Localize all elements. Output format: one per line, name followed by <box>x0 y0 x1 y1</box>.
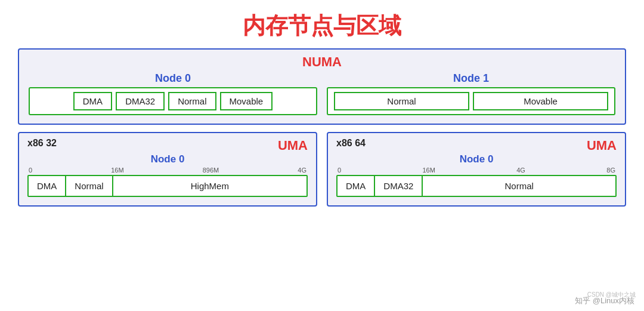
numa-node1-label: Node 1 <box>453 72 489 85</box>
uma-x86-64-addr-16m: 16M <box>422 167 435 174</box>
uma-x86-64-label: UMA <box>587 138 617 153</box>
numa-node1-zone-row: Normal Movable <box>327 87 615 115</box>
bottom-row: x86 32 UMA Node 0 0 16M 896M 4G DMA Norm… <box>18 132 626 207</box>
numa-node1-zone-normal: Normal <box>334 92 469 110</box>
uma-x86-64-addr-row: 0 16M 4G 8G <box>336 167 617 174</box>
uma-x86-32-zone-dma: DMA <box>29 176 66 196</box>
uma-x86-64-node-label: Node 0 <box>336 153 617 165</box>
uma-x86-32-addr-0: 0 <box>29 167 32 174</box>
numa-label: NUMA <box>29 54 615 70</box>
uma-x86-64-box: x86 64 UMA Node 0 0 16M 4G 8G DMA DMA32 … <box>327 132 626 207</box>
uma-x86-64-zone-dma: DMA <box>338 176 375 196</box>
main-content: NUMA Node 0 DMA DMA32 Normal Movable Nod… <box>0 48 644 207</box>
numa-node0-zone-dma: DMA <box>73 92 112 110</box>
uma-x86-32-box: x86 32 UMA Node 0 0 16M 896M 4G DMA Norm… <box>18 132 317 207</box>
uma-x86-64-addr-4g: 4G <box>516 167 525 174</box>
numa-node0-zone-movable: Movable <box>220 92 273 110</box>
numa-node1-zone-movable: Movable <box>473 92 608 110</box>
uma-x86-64-arch-label: x86 64 <box>336 138 366 149</box>
numa-box: NUMA Node 0 DMA DMA32 Normal Movable Nod… <box>18 48 626 125</box>
uma-x86-32-label: UMA <box>278 138 308 153</box>
numa-node1-section: Node 1 Normal Movable <box>327 72 615 115</box>
uma-x86-32-zone-normal: Normal <box>66 176 113 196</box>
uma-x86-64-top: x86 64 UMA <box>336 138 617 153</box>
numa-node0-label: Node 0 <box>155 72 191 85</box>
uma-x86-32-top: x86 32 UMA <box>27 138 308 153</box>
uma-x86-64-zone-row: DMA DMA32 Normal <box>336 175 617 197</box>
uma-x86-32-addr-row: 0 16M 896M 4G <box>27 167 308 174</box>
uma-x86-32-addr-4g: 4G <box>298 167 306 174</box>
uma-x86-32-arch-label: x86 32 <box>27 138 57 149</box>
numa-node0-zone-normal: Normal <box>168 92 216 110</box>
csdn-label: CSDN @城中之城 <box>587 291 636 299</box>
uma-x86-64-zone-dma32: DMA32 <box>375 176 423 196</box>
uma-x86-32-addr-896m: 896M <box>203 167 219 174</box>
uma-x86-64-addr-8g: 8G <box>606 167 615 174</box>
numa-node0-zone-row: DMA DMA32 Normal Movable <box>29 87 317 115</box>
uma-x86-32-node-label: Node 0 <box>27 153 308 165</box>
uma-x86-32-zone-highmem: HighMem <box>113 176 306 196</box>
uma-x86-64-zone-normal: Normal <box>423 176 615 196</box>
uma-x86-32-zone-row: DMA Normal HighMem <box>27 175 308 197</box>
numa-node0-section: Node 0 DMA DMA32 Normal Movable <box>29 72 317 115</box>
numa-nodes: Node 0 DMA DMA32 Normal Movable Node 1 N… <box>29 72 615 115</box>
uma-x86-64-addr-0: 0 <box>338 167 341 174</box>
uma-x86-32-addr-16m: 16M <box>111 167 123 174</box>
numa-node0-zone-dma32: DMA32 <box>116 92 165 110</box>
page-title: 内存节点与区域 <box>0 0 644 48</box>
